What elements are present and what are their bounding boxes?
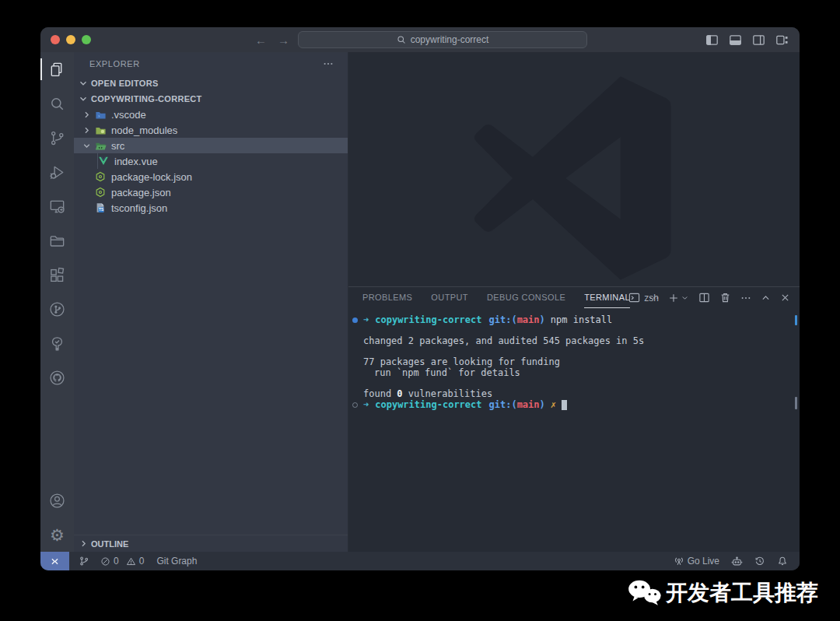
prompt-arrow: ➜ [363, 315, 369, 326]
vscode-logo-watermark [468, 72, 680, 283]
file-row-src[interactable]: src [74, 138, 348, 153]
git-branch: main [517, 315, 540, 326]
status-git-graph-icon[interactable] [79, 556, 89, 567]
git-prefix: git:( [489, 400, 517, 411]
terminal-output[interactable]: ➜ copywriting-correct git:(main) npm ins… [348, 315, 792, 410]
github-icon [48, 369, 66, 387]
git-graph-status-item[interactable]: Git Graph [156, 556, 197, 567]
editor-area[interactable] [348, 52, 800, 286]
terminal-prompt-line: ➜ copywriting-correct git:(main) ✗ [348, 400, 792, 411]
activity-search[interactable] [40, 86, 74, 121]
activity-remote-explorer[interactable] [40, 189, 74, 223]
new-terminal-button[interactable] [668, 293, 689, 303]
maximize-panel-icon[interactable] [761, 293, 771, 303]
folder-vscode-icon [94, 108, 107, 121]
tab-problems[interactable]: PROBLEMS [362, 287, 412, 308]
prompt-directory: copywriting-correct [375, 400, 481, 411]
maximize-window-button[interactable] [82, 35, 91, 44]
remote-explorer-icon [48, 198, 66, 216]
activity-account[interactable] [40, 483, 74, 518]
timeline-history-icon[interactable] [754, 556, 765, 567]
file-label: src [111, 140, 124, 152]
copilot-status-icon[interactable] [731, 556, 743, 567]
activity-extensions[interactable] [40, 258, 74, 292]
activity-github[interactable] [40, 360, 74, 395]
shell-selector[interactable]: zsh [628, 292, 659, 303]
outline-section[interactable]: OUTLINE [74, 535, 348, 552]
wechat-icon [628, 579, 662, 607]
more-actions-icon[interactable] [323, 58, 334, 69]
command-pending-decoration[interactable] [352, 402, 358, 408]
file-row-index-vue[interactable]: index.vue [74, 153, 348, 169]
terminal-controls: zsh [628, 287, 790, 308]
split-terminal-icon[interactable] [698, 292, 710, 303]
scrollbar-decoration-blue[interactable] [795, 315, 797, 325]
history-nav: ← → [255, 27, 289, 52]
folder-node-modules-icon [94, 124, 107, 136]
file-row-package-lock[interactable]: package-lock.json [74, 169, 348, 184]
go-live-button[interactable]: Go Live [674, 556, 719, 567]
more-actions-icon[interactable] [740, 293, 751, 303]
activity-settings[interactable]: ⚙ [40, 518, 74, 552]
found-suffix: vulnerabilities [403, 389, 493, 400]
remote-indicator-button[interactable] [40, 552, 69, 570]
file-label: .vscode [111, 109, 146, 121]
git-dirty-mark: ✗ [551, 400, 556, 411]
remote-icon [49, 556, 61, 567]
file-label: tsconfig.json [111, 202, 167, 214]
minimize-window-button[interactable] [66, 35, 75, 44]
project-section[interactable]: COPYWRITING-CORRECT [74, 91, 348, 107]
bottom-panel: PROBLEMS OUTPUT DEBUG CONSOLE TERMINAL [348, 286, 800, 552]
git-branch: main [517, 400, 540, 411]
problems-status[interactable]: 0 0 [100, 556, 144, 567]
file-row-package-json[interactable]: package.json [74, 184, 348, 200]
file-row-tsconfig[interactable]: TS tsconfig.json [74, 200, 348, 216]
terminal-blank-line [348, 347, 792, 358]
toggle-primary-sidebar-icon[interactable] [705, 33, 719, 47]
prompt-arrow: ➜ [363, 400, 369, 411]
source-control-branch-icon [48, 129, 66, 147]
chevron-down-icon [80, 141, 93, 151]
open-editors-section[interactable]: OPEN EDITORS [74, 75, 348, 91]
activity-todo-tree[interactable] [40, 326, 74, 360]
kill-terminal-icon[interactable] [719, 292, 731, 303]
tab-terminal[interactable]: TERMINAL [584, 287, 630, 308]
command-center-search[interactable]: copywriting-correct [298, 31, 587, 48]
git-graph-icon [48, 300, 66, 318]
close-window-button[interactable] [51, 35, 60, 44]
explorer-sidebar: EXPLORER OPEN EDITORS CO [74, 52, 348, 552]
tab-debug-console[interactable]: DEBUG CONSOLE [487, 287, 565, 308]
traffic-lights [51, 35, 91, 44]
activity-run-debug[interactable] [40, 155, 74, 189]
activity-explorer[interactable] [40, 52, 74, 86]
back-arrow-icon[interactable]: ← [255, 33, 267, 47]
git-suffix: ) [540, 315, 545, 326]
svg-text:TS: TS [99, 208, 104, 212]
chevron-down-icon [77, 78, 89, 89]
terminal-output-line: found 0 vulnerabilities [348, 389, 792, 400]
search-value: copywriting-correct [411, 34, 489, 45]
forward-arrow-icon[interactable]: → [278, 33, 289, 47]
file-row-node-modules[interactable]: node_modules [74, 122, 348, 138]
customize-layout-icon[interactable] [775, 33, 789, 47]
toggle-secondary-sidebar-icon[interactable] [752, 33, 765, 47]
toggle-panel-icon[interactable] [729, 33, 742, 47]
file-row-vscode[interactable]: .vscode [74, 107, 348, 122]
scrollbar-decoration-gray[interactable] [795, 397, 797, 409]
file-label: package.json [111, 187, 171, 198]
outline-label: OUTLINE [91, 539, 128, 549]
command-success-decoration[interactable] [352, 318, 358, 323]
title-bar: ← → copywriting-correct [40, 27, 800, 52]
activity-folders[interactable] [40, 223, 74, 258]
tab-output[interactable]: OUTPUT [431, 287, 468, 308]
activity-source-control[interactable] [40, 121, 74, 155]
account-icon [48, 492, 66, 510]
warning-icon [126, 556, 136, 567]
watermark-text: 开发者工具推荐 [666, 578, 818, 608]
status-bar: 0 0 Git Graph Go Live [40, 552, 800, 570]
terminal-cursor [562, 400, 567, 410]
close-panel-icon[interactable] [780, 293, 790, 303]
activity-git-graph[interactable] [40, 292, 74, 326]
notifications-bell-icon[interactable] [777, 556, 788, 567]
file-label: node_modules [111, 125, 177, 136]
